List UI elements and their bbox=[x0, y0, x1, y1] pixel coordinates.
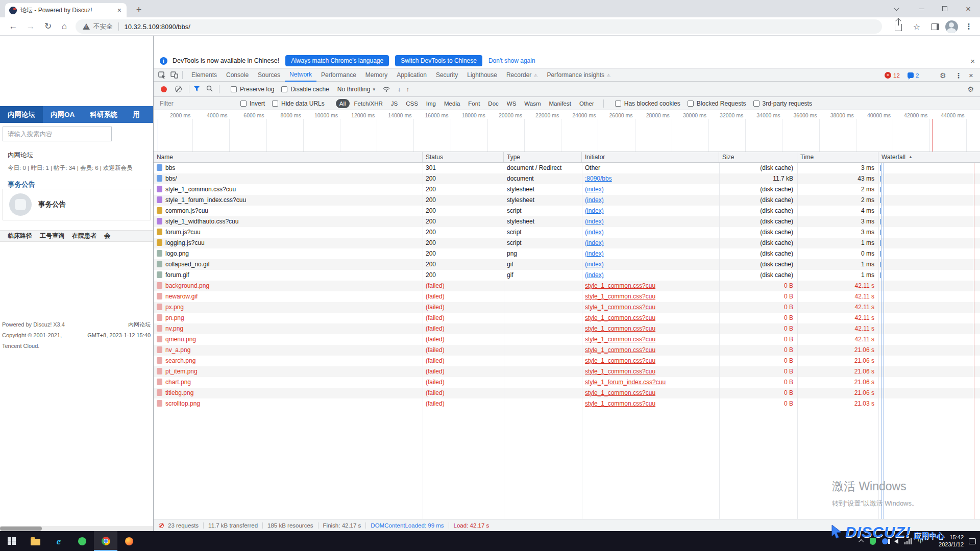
forum-search-input[interactable] bbox=[3, 127, 112, 141]
initiator-link[interactable]: (index) bbox=[585, 250, 604, 257]
initiator-link[interactable]: (index) bbox=[585, 196, 604, 204]
forum-nav-tab[interactable]: 内网OA bbox=[43, 106, 82, 123]
forum-nav-tab[interactable]: 内网论坛 bbox=[0, 106, 43, 123]
network-request-row[interactable]: logo.png200png(index)(disk cache)0 ms bbox=[154, 248, 980, 259]
switch-chinese-button[interactable]: Switch DevTools to Chinese bbox=[395, 55, 482, 66]
issues-badge[interactable]: 2 bbox=[908, 69, 919, 82]
filter-3rd-party-requests-checkbox[interactable]: 3rd-party requests bbox=[753, 100, 812, 107]
filter-type-ws[interactable]: WS bbox=[503, 99, 520, 108]
window-minimize-button[interactable] bbox=[910, 0, 933, 17]
checkbox-icon[interactable] bbox=[753, 101, 760, 107]
initiator-link[interactable]: (index) bbox=[585, 207, 604, 214]
network-request-row[interactable]: nv_a.png(failed)style_1_common.css?cuu0 … bbox=[154, 345, 980, 356]
devtools-tab-network[interactable]: Network bbox=[285, 69, 316, 82]
address-bar[interactable]: 不安全 10.32.5.109:8090/bbs/ bbox=[76, 19, 882, 34]
devtools-tab-performance[interactable]: Performance bbox=[316, 69, 361, 82]
checkbox-icon[interactable] bbox=[231, 86, 237, 92]
filter-type-media[interactable]: Media bbox=[440, 99, 463, 108]
network-settings-icon[interactable]: ⚙ bbox=[967, 85, 974, 93]
network-request-row[interactable]: px.png(failed)style_1_common.css?cuu0 B4… bbox=[154, 302, 980, 313]
initiator-link[interactable]: style_1_common.css?cuu bbox=[585, 293, 655, 300]
devtools-tab-security[interactable]: Security bbox=[431, 69, 462, 82]
filter-type-fetch-xhr[interactable]: Fetch/XHR bbox=[351, 99, 386, 108]
devtools-tab-performance-insights[interactable]: Performance insights bbox=[542, 69, 615, 82]
search-icon[interactable] bbox=[206, 85, 213, 94]
network-request-row[interactable]: scrolltop.png(failed)style_1_common.css?… bbox=[154, 398, 980, 409]
network-request-row[interactable]: style_1_widthauto.css?cuu200stylesheet(i… bbox=[154, 216, 980, 227]
initiator-link[interactable]: (index) bbox=[585, 186, 604, 193]
network-request-row[interactable]: qmenu.png(failed)style_1_common.css?cuu0… bbox=[154, 334, 980, 345]
network-request-row[interactable]: style_1_common.css?cuu200stylesheet(inde… bbox=[154, 184, 980, 195]
initiator-link[interactable]: style_1_common.css?cuu bbox=[585, 368, 655, 375]
network-request-row[interactable]: logging.js?cuu200script(index)(disk cach… bbox=[154, 238, 980, 248]
disable-cache-checkbox[interactable]: Disable cache bbox=[281, 86, 329, 93]
column-header-size[interactable]: Size bbox=[719, 152, 797, 162]
forum-nav-tab[interactable]: 科研系统 bbox=[82, 106, 125, 123]
record-network-log-icon[interactable] bbox=[161, 86, 167, 92]
initiator-link[interactable]: style_1_common.css?cuu bbox=[585, 325, 655, 332]
powered-by[interactable]: Powered by Discuz! X3.4 bbox=[2, 319, 65, 330]
devtools-tab-elements[interactable]: Elements bbox=[187, 69, 222, 82]
forward-button[interactable]: → bbox=[23, 20, 38, 33]
browser-menu-icon[interactable]: ⋮ bbox=[962, 20, 976, 33]
initiator-link[interactable]: style_1_common.css?cuu bbox=[585, 346, 655, 354]
devtools-tab-recorder[interactable]: Recorder bbox=[502, 69, 542, 82]
dont-show-again-button[interactable]: Don't show again bbox=[488, 57, 535, 64]
checkbox-icon[interactable] bbox=[281, 86, 287, 92]
initiator-link[interactable]: style_1_common.css?cuu bbox=[585, 282, 655, 289]
filter-type-wasm[interactable]: Wasm bbox=[521, 99, 544, 108]
filter-type-js[interactable]: JS bbox=[387, 99, 401, 108]
checkbox-icon[interactable] bbox=[240, 101, 247, 107]
clear-network-log-icon[interactable] bbox=[175, 86, 182, 92]
share-icon[interactable] bbox=[891, 20, 905, 33]
devtools-menu-icon[interactable]: ⋮ bbox=[955, 69, 962, 82]
action-center-icon[interactable] bbox=[969, 538, 976, 544]
filter-blocked-requests-checkbox[interactable]: Blocked Requests bbox=[688, 100, 746, 107]
profile-avatar[interactable] bbox=[944, 20, 959, 33]
start-button[interactable] bbox=[0, 531, 23, 551]
network-request-row[interactable]: search.png(failed)style_1_common.css?cuu… bbox=[154, 356, 980, 366]
console-errors-badge[interactable]: × 12 bbox=[885, 69, 900, 82]
column-header-type[interactable]: Type bbox=[504, 152, 582, 162]
match-language-button[interactable]: Always match Chrome's language bbox=[285, 55, 389, 66]
initiator-link[interactable]: (index) bbox=[585, 239, 604, 246]
initiator-link[interactable]: style_1_common.css?cuu bbox=[585, 400, 655, 407]
network-request-row[interactable]: forum.js?cuu200script(index)(disk cache)… bbox=[154, 227, 980, 238]
window-close-button[interactable]: × bbox=[957, 0, 980, 17]
not-secure-warning-icon[interactable] bbox=[83, 23, 90, 30]
side-panel-icon[interactable] bbox=[928, 20, 942, 33]
inspect-element-icon[interactable] bbox=[158, 71, 166, 79]
network-request-row[interactable]: forum.gif200gif(index)(disk cache)1 ms bbox=[154, 270, 980, 281]
network-request-row[interactable]: collapsed_no.gif200gif(index)(disk cache… bbox=[154, 259, 980, 270]
forum-column-link[interactable]: 工号查询 bbox=[40, 232, 64, 240]
scrollbar-thumb[interactable] bbox=[0, 527, 42, 531]
network-request-row[interactable]: titlebg.png(failed)style_1_common.css?cu… bbox=[154, 388, 980, 398]
initiator-link[interactable]: style_1_common.css?cuu bbox=[585, 357, 655, 364]
initiator-link[interactable]: (index) bbox=[585, 261, 604, 268]
network-request-row[interactable]: pt_item.png(failed)style_1_common.css?cu… bbox=[154, 366, 980, 377]
devtools-close-icon[interactable]: × bbox=[969, 69, 973, 82]
network-request-row[interactable]: common.js?cuu200script(index)(disk cache… bbox=[154, 206, 980, 216]
devtools-tab-console[interactable]: Console bbox=[222, 69, 253, 82]
network-request-row[interactable]: bbs301document / RedirectOther(disk cach… bbox=[154, 163, 980, 173]
devtools-tab-sources[interactable]: Sources bbox=[253, 69, 285, 82]
preserve-log-checkbox[interactable]: Preserve log bbox=[231, 86, 274, 93]
network-overview-timeline[interactable]: 2000 ms4000 ms6000 ms8000 ms10000 ms1200… bbox=[154, 110, 980, 152]
reload-button[interactable]: ↻ bbox=[41, 20, 55, 33]
taskbar-firefox[interactable] bbox=[117, 531, 141, 551]
devtools-tab-memory[interactable]: Memory bbox=[361, 69, 392, 82]
initiator-link[interactable]: (index) bbox=[585, 218, 604, 225]
throttling-dropdown[interactable]: No throttling ▾ bbox=[337, 86, 375, 93]
device-toolbar-icon[interactable] bbox=[170, 71, 178, 79]
forum-column-link[interactable]: 会 bbox=[104, 232, 110, 240]
forum-panel[interactable]: 事务公告 bbox=[3, 189, 151, 220]
filter-type-css[interactable]: CSS bbox=[402, 99, 422, 108]
network-request-row[interactable]: nv.png(failed)style_1_common.css?cuu0 B4… bbox=[154, 323, 980, 334]
filter-type-font[interactable]: Font bbox=[464, 99, 483, 108]
initiator-link[interactable]: style_1_common.css?cuu bbox=[585, 336, 655, 343]
browser-tab[interactable]: 论坛 - Powered by Discuz! × bbox=[5, 3, 127, 17]
url-text[interactable]: 10.32.5.109:8090/bbs/ bbox=[125, 23, 190, 31]
column-header-waterfall[interactable]: Waterfall▲ bbox=[878, 152, 980, 162]
checkbox-icon[interactable] bbox=[615, 101, 621, 107]
forum-column-link[interactable]: 在院患者 bbox=[72, 232, 96, 240]
